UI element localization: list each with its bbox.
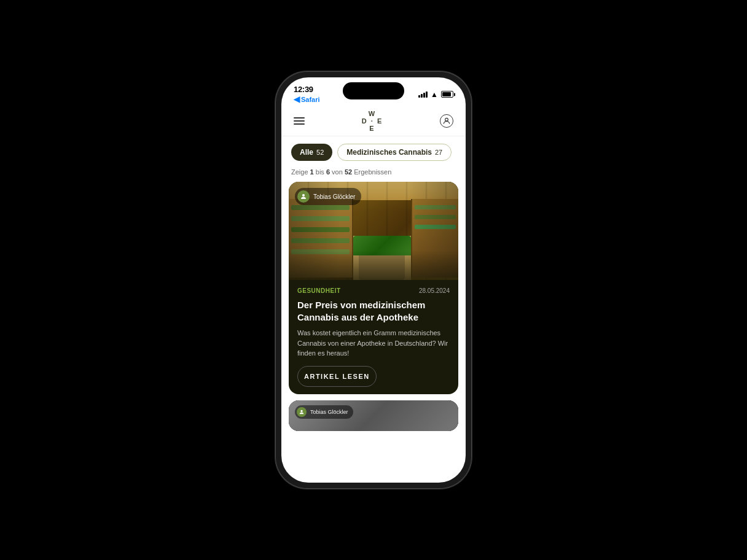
- card-meta: GESUNDHEIT 28.05.2024: [297, 287, 450, 294]
- phone-device: 12:39 ◀ Safari ▲: [275, 71, 472, 489]
- preview-image: Tobias Glöckler: [289, 400, 458, 431]
- filter-pill-all[interactable]: Alle 52: [291, 144, 332, 161]
- pill-count-all: 52: [316, 149, 324, 156]
- dynamic-island: [343, 82, 404, 99]
- article-title: Der Preis von medizinischem Cannabis aus…: [297, 299, 450, 323]
- filter-pill-cannabis[interactable]: Medizinisches Cannabis 27: [337, 144, 452, 161]
- nav-bar: W D · E E: [281, 106, 466, 136]
- preview-author-avatar: [297, 407, 307, 417]
- article-date: 28.05.2024: [419, 287, 450, 294]
- user-profile-icon[interactable]: [440, 114, 453, 128]
- svg-point-2: [300, 410, 302, 411]
- read-article-button[interactable]: ARTIKEL LESEN: [297, 366, 377, 387]
- svg-point-0: [445, 118, 448, 121]
- pill-count-cannabis: 27: [435, 149, 442, 156]
- filter-pills-container: Alle 52 Medizinisches Cannabis 27: [281, 136, 466, 166]
- signal-icon: [418, 91, 428, 98]
- status-icons: ▲: [418, 90, 453, 99]
- back-arrow-icon: ◀: [294, 95, 300, 104]
- results-count-text: Zeige 1 bis 6 von 52 Ergebnissen: [281, 166, 466, 182]
- card-image-wrapper: Tobias Glöckler: [289, 182, 458, 280]
- author-avatar: [297, 190, 310, 203]
- article-card-preview[interactable]: Tobias Glöckler: [289, 400, 458, 431]
- author-badge: Tobias Glöckler: [295, 188, 361, 205]
- article-card-main: Tobias Glöckler GESUNDHEIT 28.05.2024 De…: [289, 182, 458, 394]
- brand-logo: W D · E E: [362, 110, 383, 132]
- status-time: 12:39: [294, 85, 320, 94]
- preview-author-badge: Tobias Glöckler: [295, 405, 353, 419]
- hamburger-menu-icon[interactable]: [294, 117, 305, 125]
- phone-screen: 12:39 ◀ Safari ▲: [281, 77, 466, 483]
- svg-point-1: [302, 194, 305, 196]
- pill-label-cannabis: Medizinisches Cannabis: [346, 148, 432, 157]
- card-content: GESUNDHEIT 28.05.2024 Der Preis von medi…: [289, 280, 458, 394]
- article-excerpt: Was kostet eigentlich ein Gramm medizini…: [297, 328, 450, 359]
- safari-back[interactable]: ◀ Safari: [294, 95, 320, 104]
- pill-label-all: Alle: [300, 148, 313, 157]
- preview-author-name: Tobias Glöckler: [310, 409, 348, 415]
- article-category: GESUNDHEIT: [297, 287, 341, 294]
- wifi-icon: ▲: [431, 90, 438, 99]
- battery-icon: [441, 91, 453, 98]
- author-name: Tobias Glöckler: [313, 193, 355, 200]
